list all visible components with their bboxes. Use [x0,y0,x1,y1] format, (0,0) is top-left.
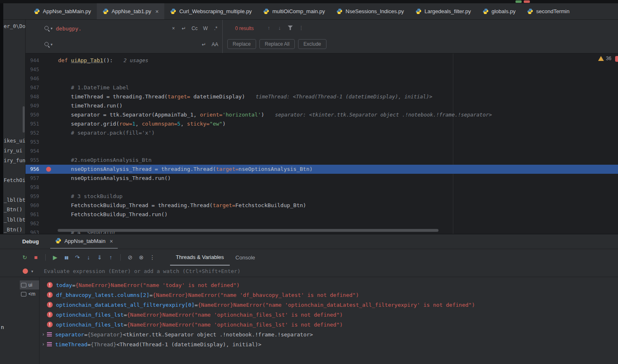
editor-tab[interactable]: Largedeals_filter.py [410,3,477,19]
search-input[interactable]: debugpy. [56,26,82,32]
variable-row[interactable]: !optionchain_files_lst = {NameError}Name… [40,310,618,320]
variable-row[interactable]: !optionchain_files_lst = {NameError}Name… [40,320,618,329]
no-trace-icon[interactable]: ⊗ [138,254,145,261]
expand-chevron-icon[interactable]: › [40,341,47,347]
gutter-slot[interactable] [39,156,58,165]
line-number[interactable]: 952 [26,128,39,138]
search-icon[interactable] [44,26,50,31]
regex-toggle[interactable]: .* [213,26,218,31]
breakpoint-icon[interactable] [46,167,51,172]
frame-item[interactable]: ui [20,280,39,289]
gutter-slot[interactable] [39,83,58,92]
step-out-icon[interactable]: ↑ [107,254,114,261]
line-number[interactable]: 953 [26,138,39,147]
line-number[interactable]: 960 [26,201,39,210]
pause-icon[interactable]: ▮▮ [63,255,70,260]
gutter-slot[interactable] [39,74,58,83]
editor-tab[interactable]: NseSessions_Indices.py [331,3,410,19]
gutter-slot[interactable] [39,174,58,183]
next-occurrence-icon[interactable]: ↓ [277,25,282,31]
gutter-slot[interactable] [39,219,58,228]
line-number[interactable]: 957 [26,174,39,183]
expand-chevron-icon[interactable]: › [40,331,47,337]
variable-row[interactable]: !today = {NameError}NameError("name 'tod… [40,280,618,290]
gutter-slot[interactable] [39,201,58,210]
gutter-slot[interactable] [39,183,58,192]
line-number[interactable]: 944 [26,56,39,65]
editor-tab[interactable]: AppNse_tab1.py× [97,3,164,19]
previous-occurrence-icon[interactable]: ↑ [266,25,271,31]
line-number[interactable]: 963 [26,228,39,234]
whole-words-toggle[interactable]: W [203,26,208,31]
gutter-slot[interactable] [39,210,58,219]
clear-search-icon[interactable]: × [171,26,176,31]
stop-indicator[interactable] [524,0,530,3]
gutter-slot[interactable] [39,65,58,74]
line-number[interactable]: 946 [26,74,39,83]
exclude-button[interactable]: Exclude [298,39,326,49]
replace-history-chevron-icon[interactable]: ▾ [51,42,53,47]
editor-tab[interactable]: secondTermin [521,3,575,19]
replace-button[interactable]: Replace [227,39,256,49]
gutter-slot[interactable] [39,110,58,119]
gutter-slot[interactable] [39,192,58,201]
line-number[interactable]: 958 [26,183,39,192]
gutter-slot[interactable] [39,128,58,138]
more-actions-icon[interactable]: ⋮ [149,254,156,261]
run-indicator[interactable] [515,0,522,3]
scrollbar-thumb[interactable] [23,106,25,133]
gutter-slot[interactable] [39,138,58,147]
gutter-slot[interactable] [39,56,58,65]
variable-row[interactable]: !optionchain_dataLatest_all_filteryexpir… [40,300,618,310]
inspection-widget[interactable]: 36 [598,56,611,61]
step-into-icon[interactable]: ↓ [85,254,92,261]
horizontal-scrollbar[interactable] [58,229,438,232]
line-number[interactable]: 955 [26,156,39,165]
preserve-case-toggle[interactable]: AA [212,42,218,47]
line-number[interactable]: 956 [26,165,39,174]
gutter-slot[interactable] [39,101,58,110]
line-number[interactable]: 961 [26,210,39,219]
evaluate-expression-input[interactable]: Evaluate expression (Enter) or add a wat… [44,268,240,274]
force-step-into-icon[interactable]: ⇓ [96,254,103,261]
gutter-slot[interactable] [39,147,58,156]
line-number[interactable]: 948 [26,92,39,101]
gutter-slot[interactable] [39,92,58,101]
match-case-toggle[interactable]: Cc [191,26,198,31]
line-number[interactable]: 954 [26,147,39,156]
variable-row[interactable]: ›separator = {Separator} <tkinter.ttk.Se… [40,329,618,339]
editor-tab[interactable]: Curl_Webscraping_multiple.py [164,3,257,19]
line-number[interactable]: 959 [26,192,39,201]
tab-threads-variables[interactable]: Threads & Variables [170,249,230,266]
rerun-icon[interactable]: ↻ [21,254,28,261]
variable-row[interactable]: ›timeThread = {Thread} <Thread(Thread-1 … [40,339,618,349]
editor-tab[interactable]: globals.py [477,3,522,19]
newline-toggle-icon[interactable]: ↵ [181,26,186,31]
tab-console[interactable]: Console [230,249,261,266]
evaluate-chevron-icon[interactable]: ▾ [31,269,33,273]
replace-field-icon[interactable] [44,42,50,47]
line-number[interactable]: 947 [26,83,39,92]
close-tab-icon[interactable]: × [155,8,159,15]
code-editor[interactable]: 944def uiApp_Tab1():2 usages945946947 # … [26,54,618,234]
variable-row[interactable]: !df_bhavcopy_latest.columns[2] = {NameEr… [40,290,618,300]
replace-all-button[interactable]: Replace All [259,39,295,49]
mute-breakpoints-icon[interactable]: ⊘ [127,254,133,261]
line-number[interactable]: 949 [26,101,39,110]
step-over-icon[interactable]: ↷ [74,254,81,261]
frame-item[interactable]: <m [20,289,39,299]
editor-tab[interactable]: multiOiComp_main.py [257,3,331,19]
gutter-slot[interactable] [39,228,58,234]
close-session-icon[interactable]: × [110,238,113,245]
gutter-slot[interactable] [39,119,58,128]
gutter-slot[interactable] [39,165,58,174]
line-number[interactable]: 950 [26,110,39,119]
line-number[interactable]: 962 [26,219,39,228]
resume-icon[interactable]: ▶ [52,254,58,261]
editor-tab[interactable]: AppNse_tabMain.py [28,3,97,19]
filter-search-icon[interactable] [288,26,293,30]
newline-icon[interactable]: ↵ [201,42,206,47]
line-number[interactable]: 945 [26,65,39,74]
search-options-icon[interactable]: ⋮ [299,25,304,31]
search-history-chevron-icon[interactable]: ▾ [51,26,53,30]
